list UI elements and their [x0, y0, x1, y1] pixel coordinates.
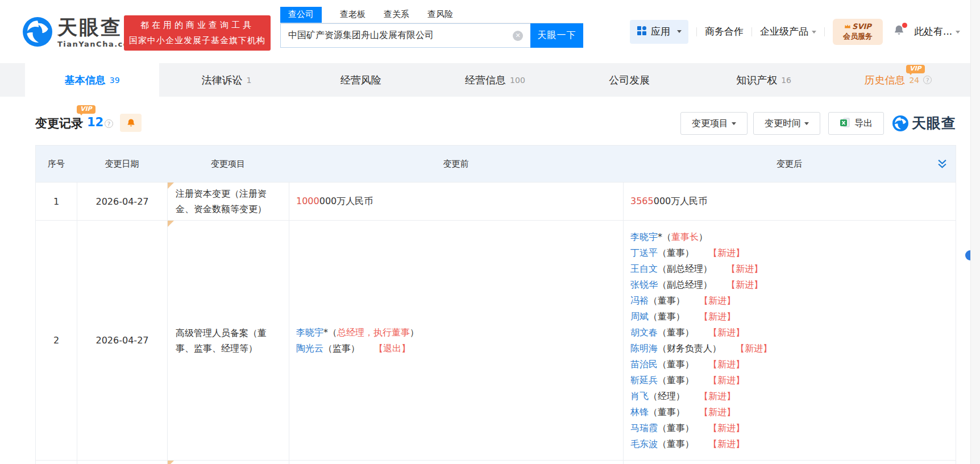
tab-business-info[interactable]: 经营信息 100 — [428, 63, 562, 97]
cell-change-item: 高级管理人员备案（董事、监事、经理等） — [167, 221, 289, 460]
tab-company-development[interactable]: 公司发展 — [562, 63, 696, 97]
chevron-down-icon — [956, 31, 960, 34]
vip-badge: VIP — [906, 65, 925, 73]
cell-change-item — [167, 461, 289, 464]
tianyancha-logo[interactable]: 天眼查 TianYanCha.com — [23, 17, 138, 49]
bell-icon — [893, 28, 905, 39]
person-role: 监事 — [333, 343, 351, 354]
person-link[interactable]: 靳延兵 — [630, 375, 658, 386]
col-header-after: 变更后 — [623, 159, 956, 169]
search-input[interactable] — [280, 23, 530, 48]
filter-label: 变更时间 — [765, 118, 801, 130]
tab-label: 历史信息 — [864, 73, 905, 87]
tab-history-info[interactable]: VIP 历史信息 24 ? — [831, 63, 965, 97]
person-link[interactable]: 胡文春 — [630, 327, 658, 338]
person-role: 董事 — [658, 407, 676, 417]
person-link[interactable]: 李晓宇 — [630, 231, 658, 242]
svip-member-button[interactable]: SVIP 会员服务 — [833, 19, 883, 45]
person-change-line: 陶光云（监事）【退出】 — [296, 341, 419, 357]
page-scrollbar[interactable] — [970, 0, 980, 464]
enterprise-products-link[interactable]: 企业级产品 — [760, 25, 816, 38]
change-status-tag: 【新进】 — [708, 327, 745, 338]
help-icon[interactable]: ? — [923, 76, 932, 84]
person-role-paren: （ — [658, 359, 667, 370]
cell-index: 1 — [36, 183, 77, 220]
search-tab-company[interactable]: 查公司 — [280, 7, 322, 23]
export-button[interactable]: 导出 — [828, 112, 884, 135]
subscribe-bell-button[interactable] — [120, 114, 142, 132]
notification-bell-button[interactable] — [893, 24, 905, 39]
expand-double-chevron-icon[interactable] — [937, 159, 947, 171]
person-role-paren: （ — [649, 311, 658, 322]
notification-dot — [902, 23, 907, 28]
person-link[interactable]: 毛东波 — [630, 438, 658, 449]
enterprise-products-label: 企业级产品 — [760, 26, 808, 37]
search-input-wrap: ✕ — [280, 23, 530, 48]
watermark-logo: 天眼查 — [892, 114, 956, 132]
search-tab-relation[interactable]: 查关系 — [384, 7, 409, 23]
user-menu[interactable]: 此处有... — [914, 25, 960, 38]
help-icon[interactable]: ? — [105, 119, 113, 128]
person-link[interactable]: 周斌 — [630, 311, 649, 322]
person-link[interactable]: 陈明海 — [630, 343, 658, 354]
svip-label: SVIP — [852, 22, 871, 31]
person-link[interactable]: 马瑞霞 — [630, 422, 658, 433]
person-role-paren: （ — [658, 343, 667, 354]
person-link[interactable]: 陶光云 — [296, 343, 323, 354]
person-change-line: 林锋（董事）【新进】 — [630, 404, 772, 420]
person-link[interactable]: 林锋 — [630, 407, 649, 417]
search-button[interactable]: 天眼一下 — [530, 23, 583, 48]
clear-search-icon[interactable]: ✕ — [513, 31, 523, 41]
person-role-paren: *（ — [658, 231, 671, 242]
tab-basic-info[interactable]: 基本信息 39 — [25, 63, 159, 97]
tab-label: 经营信息 — [465, 73, 506, 87]
tab-label: 经营风险 — [340, 73, 381, 87]
search-tab-boss[interactable]: 查老板 — [340, 7, 366, 23]
person-list-before: 李晓宇*（总经理，执行董事）陶光云（监事）【退出】 — [296, 325, 419, 357]
tab-count: 16 — [781, 76, 791, 85]
search-tab-risk[interactable]: 查风险 — [427, 7, 453, 23]
search-bar: ✕ 天眼一下 — [280, 23, 583, 48]
business-cooperation-link[interactable]: 商务合作 — [705, 25, 744, 38]
person-role-paren: （ — [658, 375, 667, 386]
section-count: 12 — [87, 115, 103, 129]
person-link[interactable]: 张锐华 — [630, 279, 658, 290]
person-link[interactable]: 冯裕 — [630, 295, 649, 306]
svip-service-label: 会员服务 — [843, 31, 873, 41]
filter-change-item-button[interactable]: 变更项目 — [680, 112, 748, 135]
person-change-line: 毛东波（董事）【新进】 — [630, 436, 772, 452]
section-header: VIP 变更记录 12 ? 变更项目 变更时间 — [35, 97, 956, 145]
tab-intellectual-property[interactable]: 知识产权 16 — [696, 63, 830, 97]
person-role: 董事长 — [671, 231, 699, 242]
col-header-item: 变更项目 — [167, 159, 289, 169]
person-role-paren: （ — [658, 279, 667, 290]
tab-label: 公司发展 — [609, 73, 650, 87]
tab-operational-risk[interactable]: 经营风险 — [294, 63, 428, 97]
change-status-tag: 【新进】 — [708, 359, 745, 370]
person-change-line: 冯裕（董事）【新进】 — [630, 293, 772, 309]
cell-date: 2026-04-27 — [77, 221, 167, 460]
person-link[interactable]: 丁送平 — [630, 247, 658, 258]
person-role-paren: ） — [351, 343, 360, 354]
watermark-text: 天眼查 — [912, 114, 956, 132]
person-list-after: 李晓宇*（董事长）丁送平（董事）【新进】王自文（副总经理）【新进】张锐华（副总经… — [630, 229, 772, 452]
person-link[interactable]: 肖飞 — [630, 391, 649, 401]
tab-count: 100 — [510, 76, 525, 85]
person-role: 经理 — [658, 391, 676, 401]
unchanged-digits: 000万人民币 — [319, 196, 373, 206]
person-change-line: 胡文春（董事）【新进】 — [630, 325, 772, 341]
person-link[interactable]: 苗治民 — [630, 359, 658, 370]
floating-widget-handle[interactable] — [965, 250, 970, 260]
person-link[interactable]: 王自文 — [630, 263, 658, 274]
apps-button[interactable]: 应用 — [630, 20, 688, 44]
person-link[interactable]: 李晓宇 — [296, 327, 323, 338]
cell-after: 李晓宇*（董事长）丁送平（董事）【新进】王自文（副总经理）【新进】张锐华（副总经… — [623, 221, 956, 460]
change-status-tag: 【新进】 — [736, 343, 772, 354]
cell-change-item: 注册资本变更（注册资金、资金数额等变更） — [167, 183, 289, 220]
bell-icon — [126, 118, 136, 128]
company-nav-tabs: 基本信息 39 法律诉讼 1 经营风险 经营信息 100 公司发展 知识产权 1… — [25, 63, 965, 97]
person-change-line: 李晓宇*（总经理，执行董事） — [296, 325, 419, 341]
person-role-paren: ） — [685, 247, 694, 258]
filter-change-time-button[interactable]: 变更时间 — [753, 112, 820, 135]
tab-legal-proceedings[interactable]: 法律诉讼 1 — [159, 63, 293, 97]
